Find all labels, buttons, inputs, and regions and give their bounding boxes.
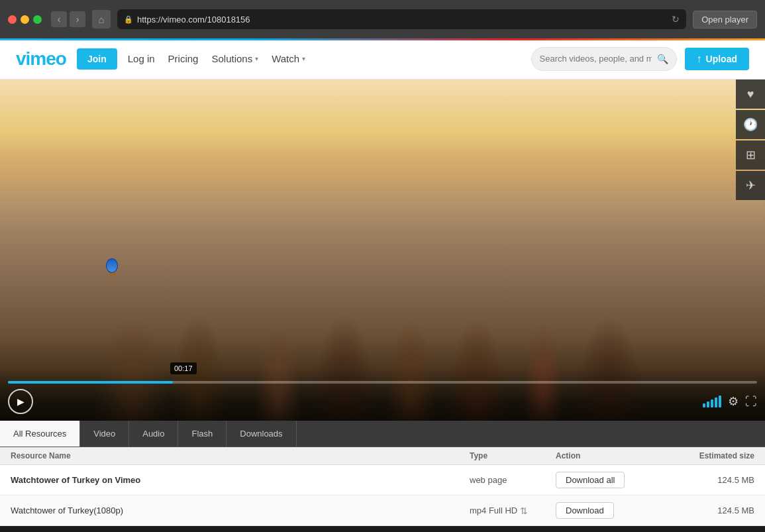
join-button[interactable]: Join <box>77 48 117 70</box>
tab-downloads[interactable]: Downloads <box>227 421 296 447</box>
resource-action[interactable]: Download <box>556 502 662 519</box>
tab-all-resources[interactable]: All Resources <box>0 421 80 447</box>
resource-name: Watchtower of Turkey on Vimeo <box>11 475 470 485</box>
col-header-size: Estimated size <box>662 451 754 460</box>
resource-size: 124.5 MB <box>662 475 754 485</box>
video-player[interactable]: ♥ 🕐 ⊞ ✈ 00:17 ▶ <box>0 80 765 421</box>
stack-icon: ⊞ <box>746 148 756 162</box>
share-button[interactable]: ✈ <box>736 171 765 200</box>
site-header: vimeo Join Log in Pricing Solutions ▾ Wa… <box>0 38 765 80</box>
controls-row: ▶ ⚙ ⛶ <box>8 389 757 414</box>
maximize-button[interactable] <box>33 15 42 24</box>
clock-icon: 🕐 <box>743 117 758 132</box>
table-row: Watchtower of Turkey(1080p) mp4 Full HD … <box>0 496 765 526</box>
pricing-link[interactable]: Pricing <box>168 53 199 64</box>
resource-name: Watchtower of Turkey(1080p) <box>11 505 470 515</box>
bar-1 <box>703 403 705 407</box>
home-button[interactable]: ⌂ <box>92 10 111 28</box>
vimeo-logo[interactable]: vimeo <box>16 48 66 70</box>
tab-flash[interactable]: Flash <box>178 421 227 447</box>
tab-video[interactable]: Video <box>80 421 129 447</box>
progress-fill <box>8 381 173 384</box>
resources-table: Resource Name Type Action Estimated size… <box>0 447 765 526</box>
minimize-button[interactable] <box>21 15 29 24</box>
table-header: Resource Name Type Action Estimated size <box>0 447 765 465</box>
col-header-action: Action <box>556 451 662 460</box>
url-text: https://vimeo.com/108018156 <box>137 15 668 25</box>
resource-type: mp4 Full HD ⇅ <box>470 505 556 516</box>
like-button[interactable]: ♥ <box>736 80 765 109</box>
balloon <box>106 258 119 276</box>
tab-audio[interactable]: Audio <box>129 421 178 447</box>
back-button[interactable]: ‹ <box>51 11 67 27</box>
solutions-link[interactable]: Solutions ▾ <box>211 53 258 64</box>
lock-icon: 🔒 <box>124 15 133 24</box>
watch-later-button[interactable]: 🕐 <box>736 110 765 139</box>
resource-size: 124.5 MB <box>662 505 754 515</box>
bar-3 <box>711 399 713 407</box>
heart-icon: ♥ <box>747 87 754 101</box>
solutions-chevron-icon: ▾ <box>255 55 258 62</box>
bar-5 <box>719 396 721 407</box>
download-all-button[interactable]: Download all <box>556 472 625 488</box>
bar-4 <box>715 398 717 407</box>
quality-bars <box>703 396 721 407</box>
watch-chevron-icon: ▾ <box>302 55 305 62</box>
col-header-name: Resource Name <box>11 451 470 460</box>
bar-2 <box>707 401 709 407</box>
resource-action[interactable]: Download all <box>556 472 662 488</box>
log-in-link[interactable]: Log in <box>128 53 155 64</box>
settings-icon[interactable]: ⚙ <box>728 394 739 409</box>
header-nav: Log in Pricing Solutions ▾ Watch ▾ <box>128 53 305 64</box>
col-header-type: Type <box>470 451 556 460</box>
table-row: Watchtower of Turkey on Vimeo web page D… <box>0 465 765 496</box>
search-icon: 🔍 <box>657 54 668 64</box>
progress-area[interactable]: 00:17 <box>8 381 757 384</box>
reload-button[interactable]: ↻ <box>672 14 680 25</box>
search-box[interactable]: 🔍 <box>531 47 677 71</box>
download-button[interactable]: Download <box>556 502 614 519</box>
side-actions: ♥ 🕐 ⊞ ✈ <box>736 80 765 200</box>
resource-type: web page <box>470 475 556 485</box>
collections-button[interactable]: ⊞ <box>736 140 765 170</box>
upload-button[interactable]: ↑ Upload <box>685 48 749 70</box>
progress-bar[interactable] <box>8 381 757 384</box>
watch-link[interactable]: Watch ▾ <box>272 53 305 64</box>
header-right: 🔍 ↑ Upload <box>531 47 749 71</box>
traffic-lights <box>8 15 42 24</box>
quality-selector-icon[interactable]: ⇅ <box>520 505 528 516</box>
open-player-button[interactable]: Open player <box>693 11 757 28</box>
search-input[interactable] <box>540 54 652 64</box>
fullscreen-icon[interactable]: ⛶ <box>745 395 757 409</box>
play-button[interactable]: ▶ <box>8 389 33 414</box>
tab-bar: All Resources Video Audio Flash Download… <box>0 421 765 447</box>
nav-arrows: ‹ › <box>51 11 85 27</box>
upload-icon: ↑ <box>697 53 702 65</box>
close-button[interactable] <box>8 15 17 24</box>
forward-button[interactable]: › <box>70 11 85 27</box>
player-controls: 00:17 ▶ ⚙ ⛶ <box>0 368 765 421</box>
browser-chrome: ‹ › ⌂ 🔒 https://vimeo.com/108018156 ↻ Op… <box>0 0 765 38</box>
send-icon: ✈ <box>746 178 756 193</box>
url-bar[interactable]: 🔒 https://vimeo.com/108018156 ↻ <box>117 9 686 29</box>
time-tooltip: 00:17 <box>170 362 197 374</box>
